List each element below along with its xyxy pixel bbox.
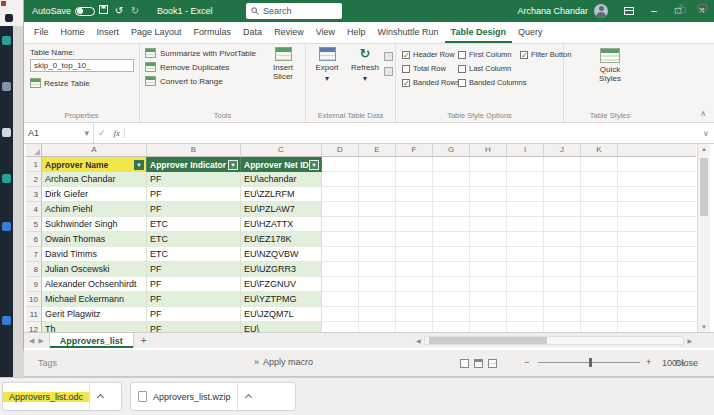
empty-cell[interactable] <box>581 172 618 187</box>
empty-cell[interactable] <box>433 172 470 187</box>
cell-approver-netid[interactable]: EU\achandar <box>241 172 322 187</box>
scroll-up-icon[interactable]: ▲ <box>698 146 710 152</box>
empty-cell[interactable] <box>544 187 581 202</box>
page-layout-view-icon[interactable] <box>474 359 483 368</box>
filter-button[interactable]: ▼ <box>134 160 144 170</box>
empty-cell[interactable] <box>470 202 507 217</box>
empty-cell[interactable] <box>396 322 433 332</box>
row-number[interactable]: 11 <box>26 307 42 322</box>
empty-cell[interactable] <box>433 307 470 322</box>
empty-cell[interactable] <box>433 217 470 232</box>
cell-approver-netid[interactable]: EU\EZ178K <box>241 232 322 247</box>
empty-cell[interactable] <box>507 172 544 187</box>
user-avatar[interactable] <box>594 4 608 18</box>
empty-cell[interactable] <box>507 322 544 332</box>
cell-approver-name[interactable]: Owain Thomas <box>42 232 147 247</box>
button-convert-to-range[interactable]: Convert to Range <box>145 76 256 86</box>
normal-view-icon[interactable] <box>460 359 469 368</box>
empty-cell[interactable] <box>322 232 359 247</box>
empty-cell[interactable] <box>470 187 507 202</box>
page-break-view-icon[interactable] <box>488 359 497 368</box>
empty-cell[interactable] <box>544 172 581 187</box>
empty-cell[interactable] <box>544 322 581 332</box>
option-banded-rows[interactable]: ✓Banded Rows <box>402 78 460 87</box>
empty-cell[interactable] <box>322 307 359 322</box>
empty-cell[interactable] <box>581 217 618 232</box>
empty-cell[interactable] <box>507 277 544 292</box>
empty-cell[interactable] <box>470 217 507 232</box>
empty-cell[interactable] <box>433 322 470 332</box>
name-box[interactable]: A1 ▾ <box>24 123 94 143</box>
zoom-slider-knob[interactable] <box>589 358 592 367</box>
ribbon-tab-insert[interactable]: Insert <box>91 22 126 43</box>
empty-cell[interactable] <box>396 217 433 232</box>
table-header-approver-name[interactable]: Approver Name▼ <box>42 157 147 172</box>
cell-approver-indicator[interactable]: PF <box>147 292 241 307</box>
cell-approver-netid[interactable]: EU\ZZLRFM <box>241 187 322 202</box>
ribbon-tab-view[interactable]: View <box>310 22 341 43</box>
zoom-slider[interactable] <box>538 362 640 363</box>
empty-cell[interactable] <box>581 307 618 322</box>
empty-cell[interactable] <box>433 247 470 262</box>
empty-cell[interactable] <box>507 262 544 277</box>
empty-cell[interactable] <box>544 157 581 172</box>
cell-approver-name[interactable]: Michael Eckermann <box>42 292 147 307</box>
table-header-approver-indicator[interactable]: Approver Indicator▼ <box>147 157 241 172</box>
column-header-i[interactable]: I <box>507 144 544 157</box>
empty-cell[interactable] <box>581 277 618 292</box>
empty-cell[interactable] <box>359 187 396 202</box>
ribbon-display-options-icon[interactable] <box>624 7 634 15</box>
empty-cell[interactable] <box>322 262 359 277</box>
prev-sheet-icon[interactable]: ◀ <box>29 337 34 345</box>
empty-cell[interactable] <box>396 277 433 292</box>
empty-cell[interactable] <box>322 217 359 232</box>
empty-cell[interactable] <box>507 247 544 262</box>
option-first-column[interactable]: First Column <box>458 50 527 59</box>
empty-cell[interactable] <box>581 187 618 202</box>
option-header-row[interactable]: ✓Header Row <box>402 50 460 59</box>
button-remove-duplicates[interactable]: Remove Duplicates <box>145 62 256 72</box>
cell-approver-name[interactable]: Dirk Giefer <box>42 187 147 202</box>
empty-cell[interactable] <box>544 247 581 262</box>
row-number[interactable]: 6 <box>26 232 42 247</box>
column-header-e[interactable]: E <box>359 144 396 157</box>
empty-cell[interactable] <box>507 217 544 232</box>
empty-cell[interactable] <box>581 157 618 172</box>
column-header-a[interactable]: A <box>42 144 147 157</box>
empty-cell[interactable] <box>544 262 581 277</box>
ribbon-tab-home[interactable]: Home <box>55 22 91 43</box>
row-number[interactable]: 12 <box>26 322 42 332</box>
empty-cell[interactable] <box>507 292 544 307</box>
empty-cell[interactable] <box>470 157 507 172</box>
option-last-column[interactable]: Last Column <box>458 64 527 73</box>
cell-approver-netid[interactable]: EU\PZLAW7 <box>241 202 322 217</box>
zoom-out-button[interactable]: − <box>524 357 529 367</box>
cell-approver-indicator[interactable]: PF <box>147 172 241 187</box>
empty-cell[interactable] <box>544 232 581 247</box>
cell-approver-name[interactable]: David Timms <box>42 247 147 262</box>
empty-cell[interactable] <box>359 292 396 307</box>
empty-cell[interactable] <box>396 262 433 277</box>
expand-formula-bar-icon[interactable]: ∨ <box>698 129 714 138</box>
ribbon-tab-file[interactable]: File <box>28 22 55 43</box>
cell-approver-netid[interactable]: EU\FZGNUV <box>241 277 322 292</box>
app-icon-5[interactable] <box>2 222 11 231</box>
option-total-row[interactable]: Total Row <box>402 64 460 73</box>
column-header-k[interactable]: K <box>581 144 618 157</box>
button-summarize-with-pivottable[interactable]: Summarize with PivotTable <box>145 48 256 58</box>
empty-cell[interactable] <box>470 232 507 247</box>
empty-cell[interactable] <box>433 262 470 277</box>
collapse-ribbon-icon[interactable]: ∧ <box>700 109 706 118</box>
minimize-button[interactable]: – <box>642 0 666 22</box>
empty-cell[interactable] <box>359 322 396 332</box>
empty-cell[interactable] <box>322 187 359 202</box>
app-dot-icon[interactable] <box>5 14 13 22</box>
empty-cell[interactable] <box>396 232 433 247</box>
empty-cell[interactable] <box>359 262 396 277</box>
download-menu-button[interactable] <box>89 383 111 410</box>
empty-cell[interactable] <box>396 202 433 217</box>
empty-cell[interactable] <box>359 217 396 232</box>
row-number[interactable]: 5 <box>26 217 42 232</box>
empty-cell[interactable] <box>470 262 507 277</box>
empty-cell[interactable] <box>396 307 433 322</box>
